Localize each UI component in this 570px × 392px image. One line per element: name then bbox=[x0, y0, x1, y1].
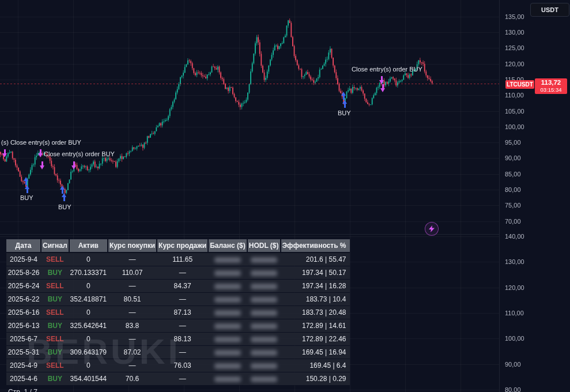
table-cell: 270.133371 bbox=[69, 266, 108, 280]
table-cell: — bbox=[157, 293, 208, 306]
backtest-results-panel: ДатаСигналАктивКурс покупкиКурс продажиБ… bbox=[6, 239, 350, 392]
table-row: 2025-6-13BUY325.64264183.8—172.89 | 14.6… bbox=[6, 319, 350, 333]
table-header-row: ДатаСигналАктивКурс покупкиКурс продажиБ… bbox=[6, 239, 350, 252]
table-row: 2025-4-6BUY354.40154470.6—150.28 | 0.29 bbox=[6, 372, 350, 386]
table-cell bbox=[247, 280, 281, 293]
price-tick-label: 90,00 bbox=[505, 361, 521, 368]
table-cell: 0 bbox=[69, 306, 108, 319]
buy-arrow-icon bbox=[341, 92, 346, 100]
table-cell bbox=[208, 319, 247, 333]
table-cell: SELL bbox=[41, 306, 69, 319]
table-cell: 183.73 | 10.4 bbox=[281, 293, 350, 306]
last-price-value: 113,72 bbox=[541, 79, 561, 86]
redacted-balance-value bbox=[214, 323, 241, 329]
table-cell bbox=[208, 306, 247, 319]
price-tick-label: 110,00 bbox=[505, 92, 524, 99]
table-cell bbox=[247, 346, 281, 359]
table-row: 2025-5-31BUY309.64317987.02—169.45 | 16.… bbox=[6, 346, 350, 359]
table-cell: 87.02 bbox=[108, 346, 157, 359]
redacted-hodl-value bbox=[251, 284, 277, 289]
table-cell: 169.45 | 16.94 bbox=[281, 346, 350, 359]
table-cell: 2025-6-22 bbox=[6, 293, 41, 306]
redacted-balance-value bbox=[214, 297, 241, 303]
redacted-hodl-value bbox=[251, 257, 277, 263]
table-cell bbox=[247, 306, 281, 319]
table-cell: — bbox=[157, 266, 208, 280]
buy-arrow-icon bbox=[24, 177, 29, 185]
table-cell: 2025-8-26 bbox=[6, 266, 41, 280]
table-cell: SELL bbox=[41, 359, 69, 372]
flash-bubble-button[interactable] bbox=[425, 222, 439, 236]
table-cell: 83.8 bbox=[108, 319, 157, 333]
close-entry-arrow-icon bbox=[379, 76, 384, 84]
table-cell bbox=[247, 319, 281, 333]
redacted-balance-value bbox=[214, 310, 241, 316]
buy-signal-label: BUY bbox=[58, 203, 71, 210]
table-cell: 2025-6-16 bbox=[6, 306, 41, 319]
table-cell: 2025-6-7 bbox=[6, 333, 41, 346]
redacted-balance-value bbox=[214, 257, 241, 263]
table-cell: — bbox=[108, 280, 157, 293]
price-tick-label: 125,00 bbox=[505, 44, 524, 51]
table-cell: 110.07 bbox=[108, 266, 157, 280]
table-cell: 2025-6-13 bbox=[6, 319, 41, 333]
redacted-balance-value bbox=[214, 363, 241, 369]
currency-toggle-button[interactable]: USDT bbox=[530, 3, 569, 17]
table-cell: — bbox=[108, 306, 157, 319]
price-tick-label: 135,00 bbox=[505, 13, 524, 20]
bar-countdown: 03:15:34 bbox=[541, 87, 562, 93]
table-cell bbox=[247, 266, 281, 280]
table-cell: 325.642641 bbox=[69, 319, 108, 333]
redacted-hodl-value bbox=[251, 376, 277, 382]
table-cell: 352.418871 bbox=[69, 293, 108, 306]
table-cell: 183.73 | 20.48 bbox=[281, 306, 350, 319]
table-pagination: Стр. 1 / 7 bbox=[6, 388, 350, 392]
table-cell: SELL bbox=[41, 333, 69, 346]
table-cell: 172.89 | 14.61 bbox=[281, 319, 350, 333]
price-tick-label: 100,00 bbox=[505, 123, 524, 130]
buy-arrow-icon bbox=[60, 186, 65, 194]
price-tick-label: 105,00 bbox=[505, 108, 524, 115]
trading-terminal: (s) Close entry(s) order BUYClose entry(… bbox=[0, 0, 570, 392]
table-cell: 0 bbox=[69, 359, 108, 372]
table-cell: — bbox=[108, 333, 157, 346]
table-header-cell: Актив bbox=[69, 239, 108, 252]
table-cell bbox=[208, 359, 247, 372]
price-tick-label: 140,00 bbox=[505, 233, 524, 240]
price-scale[interactable]: USDT LTCUSDT 113,72 03:15:34 135,00130,0… bbox=[499, 0, 570, 392]
table-cell bbox=[247, 252, 281, 266]
price-tick-label: 90,00 bbox=[505, 154, 521, 161]
redacted-hodl-value bbox=[251, 310, 277, 316]
price-tick-label: 100,00 bbox=[505, 335, 524, 342]
close-entry-arrow-icon bbox=[71, 161, 77, 169]
redacted-hodl-value bbox=[251, 337, 277, 342]
table-cell: — bbox=[157, 372, 208, 386]
table-row: 2025-6-7SELL0—88.13172.89 | 22.46 bbox=[6, 333, 350, 346]
table-cell: 309.643179 bbox=[69, 346, 108, 359]
price-tick-label: 80,00 bbox=[505, 386, 521, 392]
table-cell: 80.51 bbox=[108, 293, 157, 306]
table-cell: 0 bbox=[69, 280, 108, 293]
close-entry-order-label: Close entry(s) order BUY bbox=[44, 150, 115, 157]
redacted-balance-value bbox=[214, 270, 241, 276]
close-entry-arrow-icon bbox=[2, 149, 7, 157]
table-row: 2025-6-22BUY352.41887180.51—183.73 | 10.… bbox=[6, 293, 350, 306]
close-entry-order-label: (s) Close entry(s) order BUY bbox=[1, 139, 81, 146]
table-cell: 84.37 bbox=[157, 280, 208, 293]
redacted-hodl-value bbox=[251, 270, 277, 276]
table-row: 2025-6-16SELL0—87.13183.73 | 20.48 bbox=[6, 306, 350, 319]
price-tick-label: 75,00 bbox=[505, 202, 521, 209]
table-cell: 169.45 | 6.4 bbox=[281, 359, 350, 372]
table-cell: SELL bbox=[41, 280, 69, 293]
table-cell: — bbox=[108, 252, 157, 266]
table-cell bbox=[247, 333, 281, 346]
table-cell: 150.28 | 0.29 bbox=[281, 372, 350, 386]
table-cell bbox=[208, 372, 247, 386]
table-cell: — bbox=[157, 346, 208, 359]
table-cell: 172.89 | 22.46 bbox=[281, 333, 350, 346]
buy-arrow-icon bbox=[25, 185, 30, 193]
table-cell: 88.13 bbox=[157, 333, 208, 346]
backtest-table: ДатаСигналАктивКурс покупкиКурс продажиБ… bbox=[6, 239, 350, 386]
table-cell: 354.401544 bbox=[69, 372, 108, 386]
table-header-cell: Баланс ($) bbox=[208, 239, 247, 252]
